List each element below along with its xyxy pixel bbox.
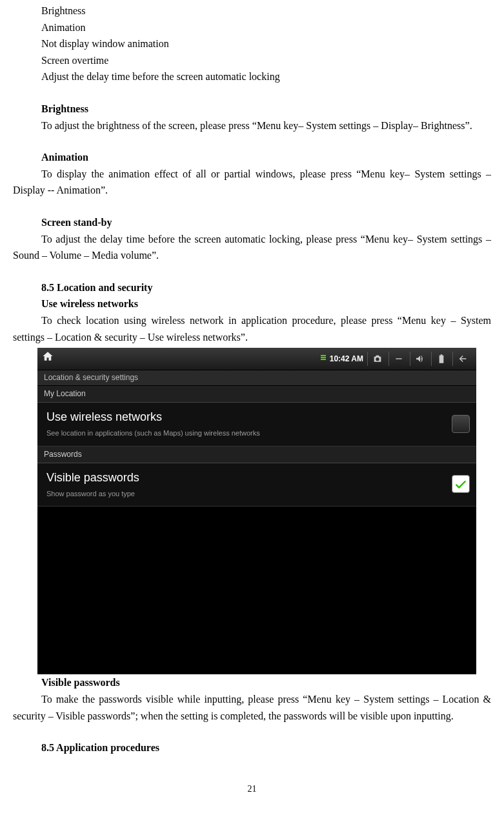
heading-brightness: Brightness xyxy=(13,101,491,117)
checkbox-visible-passwords[interactable] xyxy=(452,475,470,493)
row-use-wireless[interactable]: Use wireless networks See location in ap… xyxy=(37,403,476,446)
status-time: 10:42 AM xyxy=(330,353,363,365)
line-brightness: Brightness xyxy=(13,3,491,19)
para-brightness: To adjust the brightness of the screen, … xyxy=(13,117,491,134)
line-animation: Animation xyxy=(13,19,491,36)
heading-application-procedures: 8.5 Application procedures xyxy=(13,739,491,756)
notification-icon xyxy=(319,350,330,367)
category-passwords: Passwords xyxy=(37,447,476,463)
device-screenshot: 10:42 AM Location & security settings My… xyxy=(37,348,476,674)
battery-icon xyxy=(431,352,451,366)
para-visible-passwords: To make the passwords visible while inpu… xyxy=(13,691,491,724)
back-icon[interactable] xyxy=(452,352,472,366)
empty-area xyxy=(37,507,476,674)
row-use-wireless-subtitle: See location in applications (such as Ma… xyxy=(46,428,452,439)
minus-icon[interactable] xyxy=(388,352,408,366)
camera-icon[interactable] xyxy=(367,352,387,366)
heading-screen-standby: Screen stand-by xyxy=(13,214,491,231)
para-screen-standby: To adjust the delay time before the scre… xyxy=(13,231,491,264)
row-visible-passwords-title: Visible passwords xyxy=(46,468,452,487)
line-screen-overtime: Screen overtime xyxy=(13,52,491,69)
home-icon[interactable] xyxy=(41,350,54,367)
heading-animation: Animation xyxy=(13,149,491,166)
heading-visible-passwords: Visible passwords xyxy=(13,674,491,691)
para-animation: To display the animation effect of all o… xyxy=(13,166,491,199)
line-not-display: Not display window animation xyxy=(13,35,491,52)
row-visible-passwords[interactable]: Visible passwords Show password as you t… xyxy=(37,463,476,507)
category-my-location: My Location xyxy=(37,386,476,403)
checkbox-use-wireless[interactable] xyxy=(452,415,470,433)
page-number: 21 xyxy=(13,782,491,796)
status-bar: 10:42 AM xyxy=(37,348,476,370)
heading-location-security: 8.5 Location and security xyxy=(13,279,491,296)
volume-icon[interactable] xyxy=(410,352,430,366)
para-use-wireless: To check location using wireless network… xyxy=(13,312,491,345)
row-visible-passwords-subtitle: Show password as you type xyxy=(46,488,452,500)
heading-use-wireless: Use wireless networks xyxy=(13,296,491,312)
row-use-wireless-title: Use wireless networks xyxy=(46,408,452,427)
line-adjust-delay: Adjust the delay time before the screen … xyxy=(13,68,491,85)
screen-title: Location & security settings xyxy=(37,370,476,386)
